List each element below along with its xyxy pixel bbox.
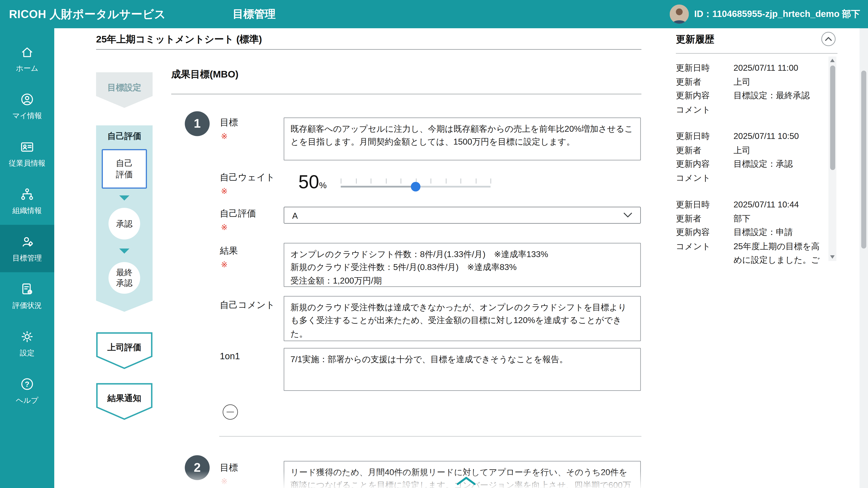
self-weight-slider[interactable] bbox=[341, 175, 491, 195]
history-scrollbar-thumb[interactable] bbox=[830, 66, 835, 170]
history-comment: 25年度上期の目標を高めに設定しました。ご bbox=[734, 239, 827, 264]
sidebar-item-label: 組織情報 bbox=[12, 205, 42, 216]
settings-icon bbox=[20, 329, 35, 344]
history-collapse-button[interactable] bbox=[820, 31, 836, 47]
workflow-step-final-approval[interactable]: 最終承認 bbox=[108, 262, 140, 294]
sidebar: ホーム マイ情報 従業員情報 組織情報 目標管理 評価状況 設定 ? ヘルプ bbox=[0, 28, 54, 488]
slider-thumb[interactable] bbox=[411, 182, 421, 192]
workflow-step-goal-setting-label: 目標設定 bbox=[96, 83, 153, 93]
remove-goal-button[interactable] bbox=[223, 404, 238, 420]
app-window: RICOH 人財ポータルサービス 目標管理 ID：1104685955-zjp_… bbox=[0, 0, 868, 488]
result-text-input[interactable]: オンプレのクラウドシフト件数：8件/月(1.33件/月) ※達成率133% 新規… bbox=[284, 243, 641, 287]
required-mark: ※ bbox=[221, 186, 228, 195]
history-field-label: 更新内容 bbox=[676, 225, 734, 239]
history-scrollbar[interactable] bbox=[829, 57, 836, 261]
self-eval-select[interactable]: A bbox=[284, 207, 641, 224]
section-title-mbo: 成果目標(MBO) bbox=[171, 68, 239, 81]
history-comment bbox=[734, 103, 827, 116]
sheet-title: 25年上期コミットメントシート (標準) bbox=[96, 33, 262, 46]
history-field-label: 更新日時 bbox=[676, 129, 734, 143]
goal-label: 目標 bbox=[220, 117, 238, 129]
sidebar-item-settings[interactable]: 設定 bbox=[0, 320, 54, 367]
sidebar-item-label: ホーム bbox=[16, 63, 38, 73]
self-comment-input[interactable]: 新規のクラウド受注件数は達成できなかったが、オンプレのクラウドシフトを目標よりも… bbox=[284, 296, 641, 341]
sidebar-item-help[interactable]: ? ヘルプ bbox=[0, 367, 54, 415]
history-field-label: 更新者 bbox=[676, 75, 734, 89]
required-mark: ※ bbox=[221, 132, 228, 141]
scroll-to-top-button[interactable] bbox=[456, 476, 477, 486]
oneonone-input[interactable]: 7/1実施：部署からの支援は十分で、目標を達成できそうなことを報告。 bbox=[284, 348, 641, 391]
workflow-step-self-evaluation-label: 自己評価 bbox=[115, 158, 134, 180]
history-content: 目標設定：最終承認 bbox=[734, 89, 827, 103]
history-field-label: 更新内容 bbox=[676, 157, 734, 171]
avatar[interactable] bbox=[669, 4, 688, 24]
goal-label: 目標 bbox=[220, 462, 238, 474]
history-updater: 上司 bbox=[734, 75, 827, 89]
workflow-step-supervisor-evaluation-label: 上司評価 bbox=[96, 342, 153, 353]
oneonone-label: 1on1 bbox=[220, 351, 240, 361]
minus-icon bbox=[227, 412, 234, 412]
my-info-icon bbox=[20, 92, 35, 106]
sidebar-item-goal-management[interactable]: 目標管理 bbox=[0, 225, 54, 272]
required-mark: ※ bbox=[221, 260, 228, 269]
history-field-label: 更新日時 bbox=[676, 61, 734, 75]
sidebar-item-label: マイ情報 bbox=[12, 110, 42, 121]
history-comment bbox=[734, 171, 827, 185]
user-id-text: ID：1104685955-zjp_hrtech_demo 部下 bbox=[694, 8, 860, 20]
circle-outline-icon bbox=[822, 32, 835, 46]
sheet-title-divider bbox=[96, 49, 642, 50]
self-weight-unit: % bbox=[319, 180, 327, 190]
goal-text-input[interactable]: 既存顧客へのアップセルに注力し、今期は既存顧客からの売上を前年比20%増加させる… bbox=[284, 118, 641, 160]
main-scrollbar-thumb[interactable] bbox=[861, 71, 866, 249]
history-datetime: 2025/07/11 10:44 bbox=[734, 198, 827, 212]
history-entry: 更新日時 2025/07/11 10:50 更新者 上司 更新内容 目標設定：承… bbox=[676, 129, 827, 185]
slider-track-fill bbox=[341, 186, 416, 188]
history-datetime: 2025/07/11 11:00 bbox=[734, 61, 827, 75]
self-weight-label: 自己ウェイト bbox=[220, 172, 275, 184]
sidebar-item-label: ヘルプ bbox=[16, 395, 38, 405]
workflow-step-result-notification-label: 結果通知 bbox=[96, 393, 153, 404]
goal-separator bbox=[219, 436, 642, 437]
history-entry: 更新日時 2025/07/11 11:00 更新者 上司 更新内容 目標設定：最… bbox=[676, 61, 827, 116]
self-weight-value: 50% bbox=[298, 171, 327, 193]
sidebar-item-org-info[interactable]: 組織情報 bbox=[0, 177, 54, 225]
workflow-step-self-evaluation[interactable]: 自己評価 bbox=[102, 149, 147, 189]
chevron-up-icon bbox=[826, 37, 831, 40]
workflow-arrow-icon bbox=[119, 195, 129, 201]
self-comment-label: 自己コメント bbox=[220, 299, 275, 311]
history-entry: 更新日時 2025/07/11 10:44 更新者 部下 更新内容 目標設定：申… bbox=[676, 198, 827, 264]
workflow-phase-label: 自己評価 bbox=[96, 131, 153, 142]
workflow-phase-self-evaluation: 自己評価 自己評価 承認 最終承認 bbox=[96, 125, 153, 312]
history-field-label: 更新内容 bbox=[676, 89, 734, 103]
home-icon bbox=[20, 44, 35, 59]
page-title: 目標管理 bbox=[232, 7, 276, 22]
self-eval-label: 自己評価 bbox=[220, 208, 256, 220]
brand-logo: RICOH 人財ポータルサービス bbox=[9, 6, 166, 22]
required-mark: ※ bbox=[221, 477, 228, 486]
sidebar-item-evaluation-status[interactable]: 評価状況 bbox=[0, 272, 54, 320]
history-panel-title: 更新履歴 bbox=[676, 33, 714, 46]
history-updater: 上司 bbox=[734, 143, 827, 157]
history-content: 目標設定：承認 bbox=[734, 157, 827, 171]
workflow-step-approval[interactable]: 承認 bbox=[108, 208, 140, 239]
history-field-label: 更新者 bbox=[676, 143, 734, 157]
history-field-label: コメント bbox=[676, 239, 734, 264]
scroll-up-arrow-icon[interactable] bbox=[830, 59, 835, 62]
history-datetime: 2025/07/11 10:50 bbox=[734, 129, 827, 143]
history-field-label: コメント bbox=[676, 103, 734, 116]
sidebar-item-my-info[interactable]: マイ情報 bbox=[0, 83, 54, 130]
sidebar-item-employee-info[interactable]: 従業員情報 bbox=[0, 130, 54, 177]
chevron-down-icon bbox=[623, 213, 632, 218]
history-updater: 部下 bbox=[734, 212, 827, 225]
sidebar-item-label: 評価状況 bbox=[12, 300, 42, 311]
scroll-down-arrow-icon[interactable] bbox=[830, 255, 835, 259]
history-list[interactable]: 更新日時 2025/07/11 11:00 更新者 上司 更新内容 目標設定：最… bbox=[676, 61, 827, 264]
main-scrollbar[interactable] bbox=[860, 28, 868, 488]
history-field-label: 更新日時 bbox=[676, 198, 734, 212]
history-field-label: 更新者 bbox=[676, 212, 734, 225]
svg-text:?: ? bbox=[25, 380, 29, 388]
workflow-step-final-approval-label: 最終承認 bbox=[115, 267, 133, 289]
history-field-label: コメント bbox=[676, 171, 734, 185]
sidebar-item-home[interactable]: ホーム bbox=[0, 35, 54, 83]
workflow-step-approval-label: 承認 bbox=[116, 218, 133, 229]
